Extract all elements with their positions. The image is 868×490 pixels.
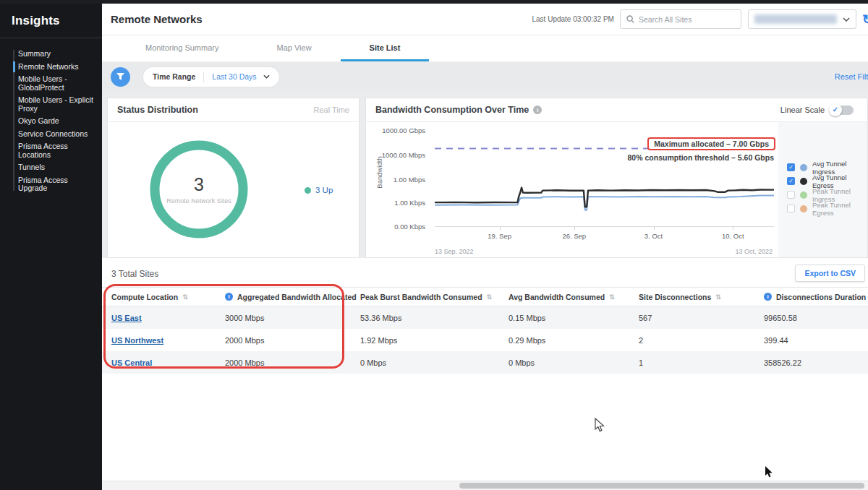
column-header-site-disconnections[interactable]: Site Disconnections⇅ [629,293,754,301]
cards-row: Status Distribution Real Time 3 Remote N… [102,91,868,258]
chart-legend: ✓Avg Tunnel Ingress✓Avg Tunnel EgressPea… [778,122,867,257]
column-header-aggregated-bandwidth-allocated[interactable]: iAggregated Bandwidth Allocated [216,293,351,301]
main-content: Remote Networks Last Update 03:00:32 PM … [102,4,868,490]
chevron-down-icon [843,17,850,22]
checkbox-unchecked-icon[interactable] [787,191,795,199]
cell-avg-bandwidth-consumed: 0.29 Mbps [499,336,629,345]
sidebar-item-summary[interactable]: Summary [0,48,102,61]
threshold-annotation: 80% consumption threshold – 5.60 Gbps [628,153,774,162]
sidebar-item-prisma-access-upgrade[interactable]: Prisma Access Upgrade [0,174,102,195]
cell-compute-location: US East [102,314,216,322]
x-axis-tickmark [574,227,575,230]
max-allocated-annotation: Maximum allocated – 7.00 Gbps [647,137,775,150]
up-status-dot [305,187,311,194]
column-label: Peak Burst Bandwidth Consumed [360,293,482,301]
column-label: Site Disconnections [639,293,711,301]
sidebar: Insights SummaryRemote NetworksMobile Us… [0,4,102,490]
column-label: Aggregated Bandwidth Allocated [237,293,357,301]
linear-scale-label: Linear Scale [780,106,825,114]
time-range-value[interactable]: Last 30 Days [212,72,256,81]
x-range-end: 13 Oct, 2022 [735,248,773,255]
search-icon [626,15,634,23]
tenant-dropdown[interactable] [748,9,856,29]
x-axis-tickmark [654,227,655,230]
sidebar-item-mobile-users-globalprotect[interactable]: Mobile Users - GlobalProtect [0,73,102,94]
sidebar-item-mobile-users-explicit-proxy[interactable]: Mobile Users - Explicit Proxy [0,94,102,115]
total-sites-label: 3 Total Sites [111,269,868,279]
column-header-disconnections-duration[interactable]: iDisconnections Duration [754,293,868,301]
column-header-compute-location[interactable]: Compute Location⇅ [102,293,216,301]
sort-icon[interactable]: ⇅ [609,293,615,301]
column-label: Compute Location [111,293,178,301]
refresh-icon[interactable]: ↻ [862,13,868,26]
x-axis-tick: 26. Sep [562,232,586,240]
site-link-us-northwest[interactable]: US Northwest [111,336,163,345]
up-status-label: 3 Up [315,186,333,194]
cell-site-disconnections: 1 [629,358,754,367]
bandwidth-chart[interactable]: Bandwidth Maximum allocated – 7.00 Gbps … [366,122,778,257]
scrollbar-thumb[interactable] [459,483,864,489]
tab-map-view[interactable]: Map View [247,35,340,61]
x-axis-tickmark [733,227,733,230]
sidebar-item-remote-networks[interactable]: Remote Networks [0,61,102,74]
linear-scale-toggle[interactable]: ✓ [830,106,854,115]
legend-item-peak-tunnel-egress[interactable]: Peak Tunnel Egress [778,202,867,215]
legend-label: Peak Tunnel Egress [812,201,867,217]
y-axis-tick: 0.00 Kbps [369,223,425,231]
checkbox-checked-icon[interactable]: ✓ [787,177,795,185]
legend-color-dot [800,205,807,212]
legend-color-dot [800,192,807,199]
table-row: US Northwest2000 Mbps1.92 Mbps0.29 Mbps2… [102,329,868,351]
status-donut-chart[interactable]: 3 Remote Network Sites [146,137,252,242]
info-icon[interactable]: i [533,106,542,114]
checkbox-unchecked-icon[interactable] [787,205,795,212]
horizontal-scrollbar[interactable] [102,481,868,490]
info-icon[interactable]: i [225,293,233,301]
x-axis-tick: 3. Oct [644,232,663,240]
status-legend-item[interactable]: 3 Up [305,186,333,194]
checkbox-checked-icon[interactable]: ✓ [787,163,795,171]
sidebar-item-prisma-access-locations[interactable]: Prisma Access Locations [0,140,102,161]
tab-bar: Monitoring SummaryMap ViewSite List [102,35,868,62]
export-to-csv-button[interactable]: Export to CSV [795,265,865,282]
donut-label: Remote Network Sites [166,197,231,205]
toggle-knob: ✓ [829,103,842,116]
site-link-us-east[interactable]: US East [111,314,142,322]
legend-item-peak-tunnel-ingress[interactable]: Peak Tunnel Ingress [778,188,867,202]
column-header-peak-burst-bandwidth-consumed[interactable]: Peak Burst Bandwidth Consumed⇅ [351,293,499,301]
cell-aggregated-bandwidth-allocated: 3000 Mbps [216,314,351,322]
site-link-us-central[interactable]: US Central [111,358,152,367]
cell-aggregated-bandwidth-allocated: 2000 Mbps [216,336,351,345]
sort-icon[interactable]: ⇅ [715,293,721,301]
legend-item-avg-tunnel-ingress[interactable]: ✓Avg Tunnel Ingress [778,160,867,174]
sidebar-item-tunnels[interactable]: Tunnels [0,161,102,174]
last-update-text: Last Update 03:00:32 PM [532,15,613,23]
sort-icon[interactable]: ⇅ [487,293,493,301]
filter-button[interactable] [111,67,130,87]
sites-table-section: 3 Total Sites Export to CSV Compute Loca… [102,258,868,374]
info-icon[interactable]: i [764,293,772,301]
x-axis-tick: 10. Oct [722,232,744,240]
time-range-pill[interactable]: Time Range Last 30 Days [143,67,279,87]
tab-monitoring-summary[interactable]: Monitoring Summary [116,35,247,61]
cell-peak-burst-bandwidth-consumed: 0 Mbps [351,358,499,367]
column-header-avg-bandwidth-consumed[interactable]: Avg Bandwidth Consumed⇅ [499,293,629,301]
cell-site-disconnections: 2 [629,336,754,345]
x-range-start: 13 Sep, 2022 [435,248,474,255]
mouse-cursor-solid [765,466,775,479]
cell-avg-bandwidth-consumed: 0 Mbps [499,358,629,367]
sort-icon[interactable]: ⇅ [182,293,188,301]
search-input[interactable]: Search All Sites [620,9,741,29]
filter-bar: Time Range Last 30 Days Reset Filter [102,62,868,91]
cell-compute-location: US Central [102,358,216,367]
cell-peak-burst-bandwidth-consumed: 53.36 Mbps [351,314,499,322]
sidebar-item-okyo-garde[interactable]: Okyo Garde [0,115,102,128]
reset-filter-link[interactable]: Reset Filter [835,72,868,81]
tab-site-list[interactable]: Site List [341,35,430,61]
sidebar-item-service-connections[interactable]: Service Connections [0,128,102,141]
legend-item-avg-tunnel-egress[interactable]: ✓Avg Tunnel Egress [778,174,867,188]
column-label: Avg Bandwidth Consumed [509,293,605,301]
funnel-icon [116,72,125,81]
chevron-down-icon [263,74,270,79]
cell-site-disconnections: 567 [629,314,754,322]
